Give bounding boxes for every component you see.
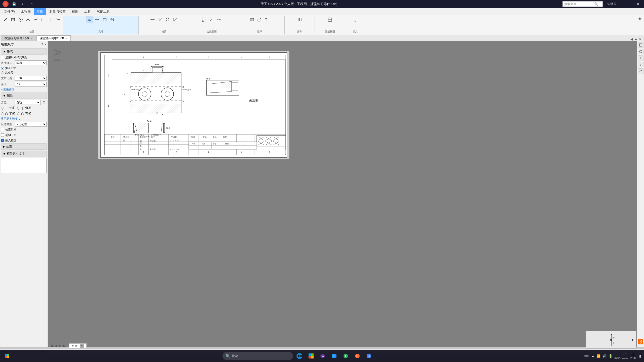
dim-type-select[interactable]: × 无公差: [15, 122, 47, 127]
tool-sd2[interactable]: A: [208, 16, 215, 23]
tool-sv1[interactable]: [326, 16, 333, 23]
tool-arc-tangent[interactable]: [25, 16, 32, 23]
page-tab-last-btn[interactable]: ▶|: [62, 344, 67, 348]
tray-wifi-icon[interactable]: 📶: [596, 354, 600, 358]
tool-2dmodel[interactable]: 2D: [248, 16, 255, 23]
length-dim-option[interactable]: 长度: [1, 106, 15, 110]
quick-save-icon[interactable]: 💾: [11, 1, 18, 8]
radius-dim-option[interactable]: 半径: [1, 112, 15, 116]
tab-par-close[interactable]: ✕: [31, 37, 33, 40]
tool-smart-dim[interactable]: 34: [86, 16, 93, 23]
tab-dft[interactable]: 课堂练习零件1.dft ✕: [36, 35, 70, 41]
tool-fillet[interactable]: [40, 16, 47, 23]
menu-drawing[interactable]: 工程图: [18, 8, 34, 15]
quick-redo-icon[interactable]: ↪: [29, 1, 36, 8]
tool-sd3[interactable]: [216, 16, 223, 23]
taskbar-app-icon-2[interactable]: [306, 351, 316, 361]
enable-style-mapping-row[interactable]: 启用尺寸样式映射: [1, 56, 47, 59]
properties-section-header[interactable]: ▼ 属性: [1, 93, 47, 99]
taskbar-app-icon-4[interactable]: F: [329, 351, 339, 361]
quick-undo-icon[interactable]: ↩: [20, 1, 27, 8]
page-tab-edit-icon[interactable]: ✎: [80, 344, 84, 348]
tool-arr1[interactable]: [296, 16, 303, 23]
level-dropdown-icon[interactable]: ▼: [12, 132, 17, 138]
start-button[interactable]: [2, 351, 12, 361]
dimtext-input-area[interactable]: [1, 158, 47, 173]
tool-rel1[interactable]: [149, 16, 156, 23]
tool-split[interactable]: [47, 16, 54, 23]
page-tab-1[interactable]: 图页1 ✎: [69, 343, 87, 348]
orientation-lock-icon[interactable]: [42, 100, 47, 105]
taskbar-app-icon-7[interactable]: G: [364, 351, 374, 361]
tool-ann3[interactable]: T: [263, 16, 271, 23]
enable-style-mapping-checkbox[interactable]: [1, 56, 4, 59]
tool-ins1[interactable]: [352, 16, 359, 23]
mini-btn-2[interactable]: [638, 49, 643, 54]
tab-next-btn[interactable]: ▶: [634, 37, 637, 41]
close-button[interactable]: ✕: [634, 2, 641, 7]
tool-rect-center[interactable]: [10, 16, 17, 23]
tool-curve[interactable]: [32, 16, 39, 23]
command-search[interactable]: 🔍: [562, 1, 603, 7]
tool-rel2[interactable]: [157, 16, 164, 23]
tool-dim2[interactable]: [94, 16, 101, 23]
taskbar-app-icon-5[interactable]: [341, 351, 351, 361]
menu-measure[interactable]: 测量与检查: [46, 8, 69, 15]
tool-rel4[interactable]: [172, 16, 179, 23]
driven-dim-radio[interactable]: 从动尺寸: [1, 71, 47, 75]
angle-dim-option[interactable]: 角度: [17, 106, 31, 110]
tool-dim3[interactable]: [101, 16, 108, 23]
taskbar-app-icon-3[interactable]: W: [318, 351, 328, 361]
menu-tools[interactable]: 工具: [81, 8, 94, 15]
menu-sketch[interactable]: 草图: [34, 8, 46, 15]
advanced-options-link[interactable]: + 高级选项: [1, 88, 47, 92]
menu-view[interactable]: 视图: [69, 8, 81, 15]
insert-value-checkbox[interactable]: ✓: [1, 139, 4, 142]
check-dim-row[interactable]: 检查尺寸: [1, 128, 47, 131]
tool-quick1[interactable]: ◈: [637, 16, 643, 22]
mini-btn-1[interactable]: [638, 42, 643, 48]
page-tab-first-btn[interactable]: |◀: [49, 344, 53, 348]
tool-dim4[interactable]: [109, 16, 116, 23]
taskbar-app-icon-1[interactable]: 🌐: [294, 351, 305, 361]
panel-help-icon[interactable]: ?: [41, 43, 43, 46]
page-tab-next-btn[interactable]: ▶: [58, 344, 62, 348]
tray-battery-icon[interactable]: 🔋: [609, 354, 613, 358]
clock-area[interactable]: 9:18 2024/10/12: [615, 352, 628, 360]
insert-value-row[interactable]: ✓ 插入数值: [1, 139, 47, 142]
canvas-area[interactable]: 1 2 1 2 3 4 5 1 2 3 4 5 50.5 34.61 40: [48, 41, 637, 347]
tolerance-section-header[interactable]: ▶ 公差: [1, 143, 47, 150]
show-desktop-btn[interactable]: ▮: [638, 354, 641, 358]
check-dim-checkbox[interactable]: [1, 128, 4, 131]
command-search-input[interactable]: [564, 2, 594, 6]
rounding-select[interactable]: .12: [15, 82, 47, 87]
text-scale-select[interactable]: 1.00: [15, 76, 47, 81]
dim-style-select[interactable]: 国标: [15, 60, 47, 65]
dimtext-section-header[interactable]: ▼ 标注尺寸文本: [1, 151, 47, 157]
diameter-dim-option[interactable]: 直径: [17, 112, 31, 116]
tab-dft-close[interactable]: ✕: [65, 37, 67, 40]
3d-label[interactable]: 3D: [638, 339, 643, 344]
menu-file[interactable]: 文件(F): [1, 8, 18, 15]
tab-close-all-btn[interactable]: ✕: [638, 37, 642, 41]
orientation-select[interactable]: 自动: [15, 100, 41, 105]
format-section-header[interactable]: ▼ 格式: [1, 48, 47, 55]
tool-circle-center[interactable]: [17, 16, 24, 23]
tool-detail-view[interactable]: [256, 16, 263, 23]
weather-widget[interactable]: 🌫 23°C: [630, 353, 636, 359]
tray-arrow-icon[interactable]: ⏶: [591, 354, 594, 358]
maximize-button[interactable]: □: [626, 2, 633, 7]
show-more-options-link[interactable]: 显示更多选项...: [1, 117, 47, 121]
tool-line[interactable]: [2, 16, 9, 23]
level-checkbox[interactable]: [1, 133, 4, 137]
taskbar-search[interactable]: 🔍 搜索: [222, 352, 293, 360]
panel-close-icon[interactable]: ✕: [44, 43, 47, 46]
minimize-button[interactable]: ─: [618, 2, 625, 7]
tool-sd1[interactable]: [201, 16, 208, 23]
menu-smart[interactable]: 智能工具: [94, 8, 113, 15]
driving-dim-radio[interactable]: 驱动尺寸: [1, 66, 47, 70]
tool-trim[interactable]: [55, 16, 62, 23]
tab-par[interactable]: 课堂练习零件1.par ✕: [1, 35, 36, 41]
tab-prev-btn[interactable]: ◀: [630, 37, 633, 41]
tray-monitor-icon[interactable]: ⌨: [584, 354, 589, 358]
